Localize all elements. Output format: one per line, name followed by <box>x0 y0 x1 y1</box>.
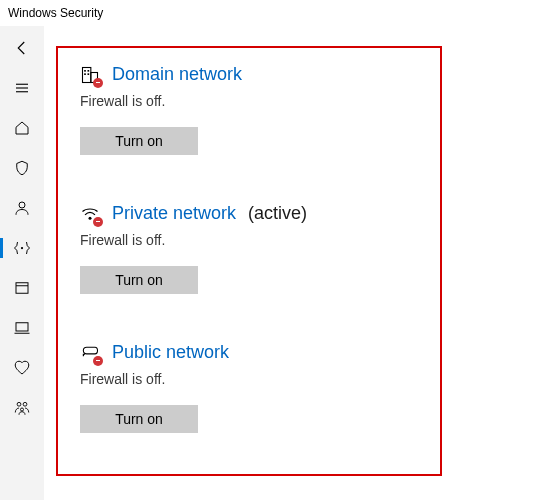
svg-rect-12 <box>83 67 91 82</box>
main-content: Domain network Firewall is off. Turn on <box>44 26 539 500</box>
network-title-link[interactable]: Private network <box>112 203 236 224</box>
network-header: Public network <box>80 342 418 363</box>
turn-on-button[interactable]: Turn on <box>80 266 198 294</box>
svg-rect-17 <box>88 73 90 75</box>
sidebar-item-app-browser[interactable] <box>0 268 44 308</box>
svg-rect-16 <box>84 73 86 75</box>
sidebar <box>0 26 44 500</box>
svg-point-18 <box>89 216 92 219</box>
alert-badge-icon <box>93 356 103 366</box>
network-title-link[interactable]: Domain network <box>112 64 242 85</box>
turn-on-button[interactable]: Turn on <box>80 127 198 155</box>
heart-icon <box>13 359 31 377</box>
svg-rect-14 <box>84 70 86 72</box>
svg-point-3 <box>19 202 25 208</box>
network-section-domain: Domain network Firewall is off. Turn on <box>80 64 418 155</box>
menu-button[interactable] <box>0 68 44 108</box>
svg-point-10 <box>23 402 27 406</box>
network-status: Firewall is off. <box>80 93 418 109</box>
network-status: Firewall is off. <box>80 371 418 387</box>
network-section-public: Public network Firewall is off. Turn on <box>80 342 418 433</box>
svg-point-11 <box>21 408 24 411</box>
firewall-icon <box>13 239 31 257</box>
svg-rect-15 <box>88 70 90 72</box>
app-browser-icon <box>13 279 31 297</box>
home-icon <box>13 119 31 137</box>
window-title: Windows Security <box>0 0 539 26</box>
person-icon <box>13 199 31 217</box>
network-section-private: Private network (active) Firewall is off… <box>80 203 418 294</box>
network-active-label: (active) <box>248 203 307 224</box>
sidebar-item-account[interactable] <box>0 188 44 228</box>
svg-rect-7 <box>16 323 28 331</box>
turn-on-button[interactable]: Turn on <box>80 405 198 433</box>
network-header: Domain network <box>80 64 418 85</box>
sidebar-item-protection[interactable] <box>0 148 44 188</box>
highlight-box: Domain network Firewall is off. Turn on <box>56 46 442 476</box>
network-title-link[interactable]: Public network <box>112 342 229 363</box>
back-icon <box>13 39 31 57</box>
menu-icon <box>13 79 31 97</box>
alert-badge-icon <box>93 217 103 227</box>
sidebar-item-device[interactable] <box>0 308 44 348</box>
back-button[interactable] <box>0 28 44 68</box>
network-header: Private network (active) <box>80 203 418 224</box>
sidebar-item-home[interactable] <box>0 108 44 148</box>
layout: Domain network Firewall is off. Turn on <box>0 26 539 500</box>
svg-point-4 <box>21 247 23 249</box>
svg-rect-5 <box>16 283 28 294</box>
svg-point-9 <box>17 402 21 406</box>
family-icon <box>13 399 31 417</box>
sidebar-item-health[interactable] <box>0 348 44 388</box>
domain-network-icon <box>80 65 100 85</box>
network-status: Firewall is off. <box>80 232 418 248</box>
alert-badge-icon <box>93 78 103 88</box>
sidebar-item-family[interactable] <box>0 388 44 428</box>
public-network-icon <box>80 343 100 363</box>
private-network-icon <box>80 204 100 224</box>
shield-icon <box>13 159 31 177</box>
device-icon <box>13 319 31 337</box>
sidebar-item-firewall[interactable] <box>0 228 44 268</box>
